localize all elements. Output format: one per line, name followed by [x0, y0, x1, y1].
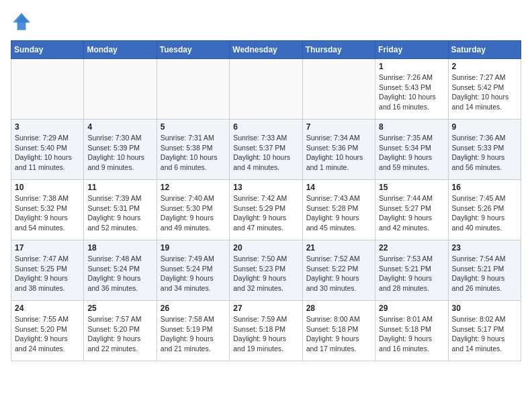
day-number: 4 — [87, 122, 152, 132]
calendar-cell: 19Sunrise: 7:49 AM Sunset: 5:24 PM Dayli… — [157, 240, 229, 301]
day-number: 24 — [15, 304, 80, 313]
weekday-header: Saturday — [448, 41, 521, 59]
day-number: 23 — [452, 243, 517, 253]
calendar-cell: 8Sunrise: 7:35 AM Sunset: 5:34 PM Daylig… — [375, 120, 448, 180]
day-number: 9 — [452, 122, 517, 132]
calendar-cell — [230, 59, 302, 120]
day-info: Sunrise: 7:30 AM Sunset: 5:39 PM Dayligh… — [87, 133, 152, 173]
day-info: Sunrise: 7:58 AM Sunset: 5:19 PM Dayligh… — [161, 314, 226, 354]
day-info: Sunrise: 7:39 AM Sunset: 5:31 PM Dayligh… — [87, 193, 152, 233]
day-info: Sunrise: 7:55 AM Sunset: 5:20 PM Dayligh… — [15, 314, 80, 354]
calendar-cell: 30Sunrise: 8:02 AM Sunset: 5:17 PM Dayli… — [448, 301, 521, 361]
weekday-header: Friday — [375, 41, 448, 59]
day-number: 8 — [379, 122, 444, 132]
day-info: Sunrise: 7:52 AM Sunset: 5:22 PM Dayligh… — [306, 254, 371, 293]
calendar-cell: 26Sunrise: 7:58 AM Sunset: 5:19 PM Dayli… — [157, 301, 229, 361]
calendar-cell — [157, 59, 229, 120]
calendar-cell: 14Sunrise: 7:43 AM Sunset: 5:28 PM Dayli… — [302, 180, 375, 240]
calendar-cell: 18Sunrise: 7:48 AM Sunset: 5:24 PM Dayli… — [84, 240, 157, 301]
day-info: Sunrise: 7:31 AM Sunset: 5:38 PM Dayligh… — [161, 133, 226, 173]
calendar-cell: 12Sunrise: 7:40 AM Sunset: 5:30 PM Dayli… — [157, 180, 229, 240]
day-info: Sunrise: 7:29 AM Sunset: 5:40 PM Dayligh… — [15, 133, 80, 173]
calendar-cell: 27Sunrise: 7:59 AM Sunset: 5:18 PM Dayli… — [230, 301, 302, 361]
day-info: Sunrise: 7:54 AM Sunset: 5:21 PM Dayligh… — [452, 254, 517, 293]
calendar-cell — [302, 59, 375, 120]
day-info: Sunrise: 7:42 AM Sunset: 5:29 PM Dayligh… — [233, 193, 298, 233]
day-number: 7 — [306, 122, 371, 132]
day-info: Sunrise: 7:44 AM Sunset: 5:27 PM Dayligh… — [379, 193, 444, 233]
day-number: 27 — [233, 304, 298, 313]
day-info: Sunrise: 7:33 AM Sunset: 5:37 PM Dayligh… — [233, 133, 298, 173]
weekday-header: Tuesday — [157, 41, 229, 59]
calendar-cell: 6Sunrise: 7:33 AM Sunset: 5:37 PM Daylig… — [230, 120, 302, 180]
day-number: 19 — [161, 243, 226, 253]
day-info: Sunrise: 7:36 AM Sunset: 5:33 PM Dayligh… — [452, 133, 517, 173]
day-number: 11 — [87, 183, 152, 192]
day-info: Sunrise: 7:43 AM Sunset: 5:28 PM Dayligh… — [306, 193, 371, 233]
calendar-cell: 5Sunrise: 7:31 AM Sunset: 5:38 PM Daylig… — [157, 120, 229, 180]
day-info: Sunrise: 7:45 AM Sunset: 5:26 PM Dayligh… — [452, 193, 517, 233]
logo — [11, 11, 35, 32]
calendar-cell: 3Sunrise: 7:29 AM Sunset: 5:40 PM Daylig… — [11, 120, 84, 180]
weekday-header: Thursday — [302, 41, 375, 59]
calendar-cell: 25Sunrise: 7:57 AM Sunset: 5:20 PM Dayli… — [84, 301, 157, 361]
day-info: Sunrise: 7:50 AM Sunset: 5:23 PM Dayligh… — [233, 254, 298, 293]
calendar-cell — [11, 59, 84, 120]
weekday-header: Monday — [84, 41, 157, 59]
calendar-cell: 29Sunrise: 8:01 AM Sunset: 5:18 PM Dayli… — [375, 301, 448, 361]
day-number: 29 — [379, 304, 444, 313]
day-number: 17 — [15, 243, 80, 253]
day-info: Sunrise: 8:01 AM Sunset: 5:18 PM Dayligh… — [379, 314, 444, 354]
day-number: 3 — [15, 122, 80, 132]
day-info: Sunrise: 7:26 AM Sunset: 5:43 PM Dayligh… — [379, 73, 444, 112]
day-number: 28 — [306, 304, 371, 313]
day-info: Sunrise: 7:57 AM Sunset: 5:20 PM Dayligh… — [87, 314, 152, 354]
calendar-cell: 22Sunrise: 7:53 AM Sunset: 5:21 PM Dayli… — [375, 240, 448, 301]
day-info: Sunrise: 7:40 AM Sunset: 5:30 PM Dayligh… — [161, 193, 226, 233]
calendar-cell: 4Sunrise: 7:30 AM Sunset: 5:39 PM Daylig… — [84, 120, 157, 180]
day-info: Sunrise: 7:59 AM Sunset: 5:18 PM Dayligh… — [233, 314, 298, 354]
calendar-week: 3Sunrise: 7:29 AM Sunset: 5:40 PM Daylig… — [11, 120, 521, 180]
calendar-cell: 13Sunrise: 7:42 AM Sunset: 5:29 PM Dayli… — [230, 180, 302, 240]
day-number: 16 — [452, 183, 517, 192]
day-info: Sunrise: 7:34 AM Sunset: 5:36 PM Dayligh… — [306, 133, 371, 173]
day-number: 2 — [452, 62, 517, 71]
day-info: Sunrise: 8:02 AM Sunset: 5:17 PM Dayligh… — [452, 314, 517, 354]
day-number: 30 — [452, 304, 517, 313]
calendar-cell: 9Sunrise: 7:36 AM Sunset: 5:33 PM Daylig… — [448, 120, 521, 180]
day-number: 13 — [233, 183, 298, 192]
day-number: 14 — [306, 183, 371, 192]
calendar-header: SundayMondayTuesdayWednesdayThursdayFrid… — [11, 41, 521, 59]
day-info: Sunrise: 7:38 AM Sunset: 5:32 PM Dayligh… — [15, 193, 80, 233]
day-info: Sunrise: 7:48 AM Sunset: 5:24 PM Dayligh… — [87, 254, 152, 293]
calendar-week: 24Sunrise: 7:55 AM Sunset: 5:20 PM Dayli… — [11, 301, 521, 361]
day-number: 25 — [87, 304, 152, 313]
day-number: 15 — [379, 183, 444, 192]
logo-icon — [11, 11, 32, 32]
calendar-cell: 17Sunrise: 7:47 AM Sunset: 5:25 PM Dayli… — [11, 240, 84, 301]
calendar-cell — [84, 59, 157, 120]
calendar: SundayMondayTuesdayWednesdayThursdayFrid… — [11, 40, 521, 361]
day-info: Sunrise: 7:27 AM Sunset: 5:42 PM Dayligh… — [452, 73, 517, 112]
calendar-cell: 21Sunrise: 7:52 AM Sunset: 5:22 PM Dayli… — [302, 240, 375, 301]
day-number: 6 — [233, 122, 298, 132]
day-number: 18 — [87, 243, 152, 253]
page-header — [11, 11, 521, 32]
calendar-cell: 23Sunrise: 7:54 AM Sunset: 5:21 PM Dayli… — [448, 240, 521, 301]
day-number: 22 — [379, 243, 444, 253]
day-number: 10 — [15, 183, 80, 192]
day-number: 20 — [233, 243, 298, 253]
day-number: 21 — [306, 243, 371, 253]
weekday-header: Sunday — [11, 41, 84, 59]
day-number: 12 — [161, 183, 226, 192]
day-info: Sunrise: 8:00 AM Sunset: 5:18 PM Dayligh… — [306, 314, 371, 354]
day-number: 26 — [161, 304, 226, 313]
calendar-cell: 24Sunrise: 7:55 AM Sunset: 5:20 PM Dayli… — [11, 301, 84, 361]
calendar-week: 10Sunrise: 7:38 AM Sunset: 5:32 PM Dayli… — [11, 180, 521, 240]
calendar-cell: 11Sunrise: 7:39 AM Sunset: 5:31 PM Dayli… — [84, 180, 157, 240]
day-number: 1 — [379, 62, 444, 71]
calendar-cell: 1Sunrise: 7:26 AM Sunset: 5:43 PM Daylig… — [375, 59, 448, 120]
calendar-cell: 20Sunrise: 7:50 AM Sunset: 5:23 PM Dayli… — [230, 240, 302, 301]
weekday-header: Wednesday — [230, 41, 302, 59]
day-info: Sunrise: 7:35 AM Sunset: 5:34 PM Dayligh… — [379, 133, 444, 173]
